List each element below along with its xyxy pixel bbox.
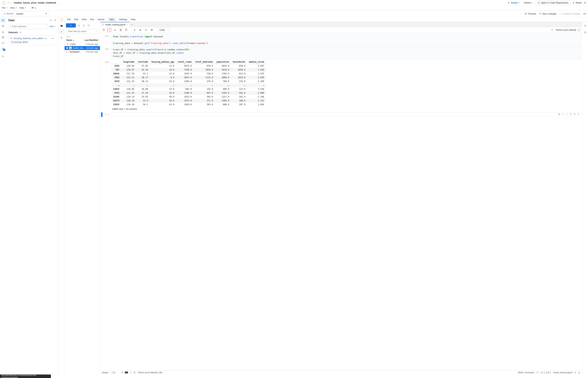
bell-icon[interactable]: [578, 371, 580, 374]
menu-file[interactable]: File▼: [2, 7, 8, 9]
rail-settings-icon[interactable]: [0, 54, 6, 59]
paste-icon[interactable]: [124, 28, 128, 32]
breadcrumb-ellipsis[interactable]: •••: [7, 1, 10, 4]
notebook-tabs: model_training.ipynb × +: [100, 22, 582, 27]
jmenu-tabs[interactable]: Tabs: [108, 17, 116, 21]
jmenu-help[interactable]: Help: [130, 17, 136, 21]
jmenu-settings[interactable]: Settings: [119, 17, 128, 21]
import-icon[interactable]: [54, 19, 56, 22]
move-down-icon[interactable]: [566, 113, 568, 115]
dataset-name[interactable]: housing_features_and_labels: [14, 37, 43, 40]
jrail-toc-icon[interactable]: [59, 35, 64, 40]
df-row: 14273-118.1933.936.01073.0271.01385.0288…: [111, 99, 266, 103]
breadcrumb-title[interactable]: median_house_price_model_notebook: [14, 1, 56, 4]
jmenu-kernel[interactable]: Kernel: [97, 17, 105, 21]
delete-icon[interactable]: [577, 113, 580, 115]
file-row[interactable]: {:}templateC…7 minutes ago: [65, 50, 100, 54]
jmenu-file[interactable]: File: [67, 17, 71, 21]
status-label: Active: [511, 1, 518, 4]
rail-cube-icon[interactable]: [0, 35, 6, 40]
env-icon[interactable]: [133, 371, 136, 374]
jmenu-run[interactable]: Run: [90, 17, 95, 21]
notebook-tab[interactable]: model_training.ipynb ×: [100, 22, 130, 27]
jrail-folder-icon[interactable]: [59, 23, 64, 28]
code-cell-active[interactable]: [ ]:: [101, 112, 581, 117]
preview-button[interactable]: Preview: [525, 13, 536, 15]
refresh-icon[interactable]: [87, 24, 90, 27]
actions-menu[interactable]: Actions▼: [524, 1, 534, 4]
file-filter-input[interactable]: [66, 29, 99, 34]
restart-run-all-icon[interactable]: [150, 28, 153, 32]
open-in-code-repos-button[interactable]: Open in Code Repositories: [535, 0, 570, 5]
menu-diagnostics[interactable]: 1: [31, 7, 36, 9]
menu-help[interactable]: Help▼: [19, 7, 26, 9]
trusted-icon[interactable]: [536, 371, 539, 374]
file-row[interactable]: ▦model_trai…seconds ago: [65, 46, 100, 50]
empty-code-input[interactable]: [111, 112, 581, 117]
add-dataset-button[interactable]: Add▼: [49, 25, 56, 28]
code-input[interactable]: train_df = training_data.sample(frac=0.8…: [111, 47, 581, 59]
data-filter-input[interactable]: [8, 24, 48, 29]
tab-close-icon[interactable]: ×: [126, 23, 128, 26]
kernel-status-icon[interactable]: [578, 29, 580, 31]
notebook-content[interactable]: [1]: from foundry.transforms import Data…: [100, 33, 582, 370]
menu-view[interactable]: View▼: [10, 7, 17, 9]
col-name-header[interactable]: Name ▲: [66, 39, 85, 41]
panel-toggle-icon[interactable]: [584, 1, 586, 4]
add-tab-button[interactable]: +: [130, 23, 134, 26]
rail-package-icon[interactable]: [0, 24, 6, 28]
sync-changes-button[interactable]: Sync changes: [539, 13, 557, 15]
kernel-name[interactable]: Python [user-default]: [556, 29, 576, 31]
cut-icon[interactable]: [113, 28, 117, 32]
insert-cell-icon[interactable]: [107, 28, 111, 32]
more-menu[interactable]: •••: [583, 13, 586, 15]
rrail-gear-icon[interactable]: [583, 23, 588, 28]
df-col-header: housing_median_age: [150, 60, 176, 64]
duplicate-icon[interactable]: [558, 113, 560, 115]
restart-icon[interactable]: [144, 28, 148, 32]
code-input[interactable]: from foundry.transforms import Dataset t…: [111, 34, 581, 46]
insert-above-icon[interactable]: [570, 113, 572, 115]
propose-changes-button[interactable]: Propose changes: [559, 13, 580, 15]
share-button[interactable]: Share: [572, 1, 582, 4]
simple-toggle[interactable]: [110, 371, 116, 374]
rail-monitor-icon[interactable]: [0, 40, 6, 45]
upload-icon[interactable]: [83, 24, 85, 27]
transform-icon[interactable]: [50, 19, 52, 22]
rail-models-icon[interactable]: [0, 29, 6, 34]
cell-type-select[interactable]: Code: [158, 28, 170, 32]
output-table[interactable]: longitudelatitudehousing_median_agetotal…: [111, 60, 581, 107]
code-cell[interactable]: [2]: train_df = training_data.sample(fra…: [101, 47, 581, 59]
branch-selector[interactable]: Branch master ▼: [2, 11, 49, 16]
dataset-card[interactable]: housing_features_and_labels as ••• train…: [8, 35, 56, 45]
run-icon[interactable]: [133, 28, 137, 32]
rail-data-icon[interactable]: [0, 18, 6, 23]
col-mod-header[interactable]: Last Modified: [85, 39, 98, 41]
rrail-debug-icon[interactable]: [583, 30, 588, 35]
stop-icon[interactable]: [138, 28, 142, 32]
kernel-status-text: Python [user-default] | Idle: [138, 371, 162, 374]
jrail-running-icon[interactable]: [59, 29, 64, 34]
dataset-more-menu[interactable]: •••: [51, 37, 54, 40]
rail-git-icon[interactable]: 4: [0, 46, 6, 51]
status-pill-active[interactable]: Active ▼: [506, 1, 522, 5]
df-col-header: total_bedrooms: [193, 60, 215, 64]
data-filter-text[interactable]: [12, 25, 46, 28]
copy-icon[interactable]: [119, 28, 123, 32]
bolt-icon: [508, 1, 510, 4]
status-file: model_training.ipynb: [553, 371, 573, 374]
jmenu-edit[interactable]: Edit: [74, 17, 78, 21]
save-icon[interactable]: [102, 28, 106, 32]
move-up-icon[interactable]: [562, 113, 564, 115]
terminal-icon[interactable]: >_: [125, 372, 128, 373]
new-folder-icon[interactable]: [78, 24, 80, 27]
variables-icon[interactable]: [550, 28, 554, 32]
file-modified: 7 minutes ago: [85, 51, 98, 53]
jmenu-view[interactable]: View: [81, 17, 87, 21]
new-launcher-button[interactable]: +: [66, 23, 76, 27]
file-breadcrumb[interactable]: /: [65, 34, 100, 38]
file-row[interactable]: Y:ci.yml7 minutes ago: [65, 42, 100, 46]
insert-below-icon[interactable]: [574, 113, 576, 115]
code-cell[interactable]: [1]: from foundry.transforms import Data…: [101, 34, 581, 46]
favorite-star-icon[interactable]: ☆: [57, 1, 60, 4]
